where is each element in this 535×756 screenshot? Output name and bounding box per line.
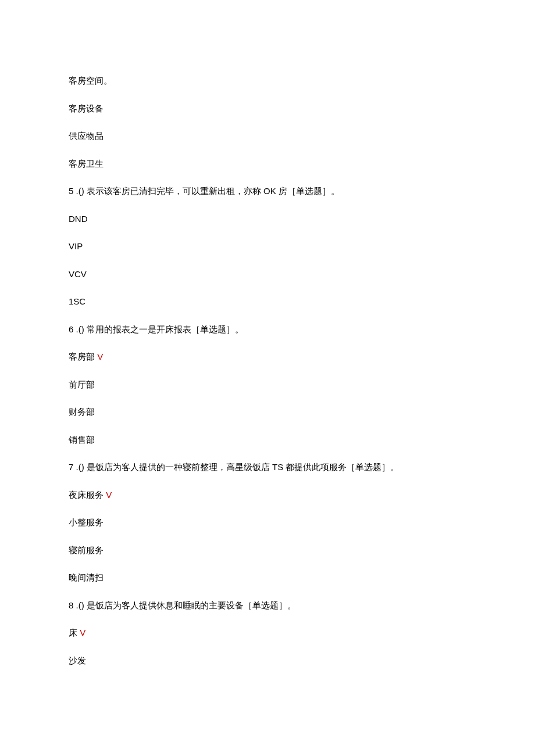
option-text: 小整服务 [69, 517, 104, 527]
option-text: DND [69, 214, 88, 224]
option-text: 销售部 [69, 435, 95, 445]
q8-option-a: 床 V [69, 626, 466, 640]
q4-option-b: 客房设备 [69, 102, 466, 116]
q5-option-c: VCV [69, 268, 466, 281]
option-text: 财务部 [69, 407, 95, 417]
question-text: .() 常用的报表之一是开床报表［单选题］。 [73, 324, 244, 334]
q5-option-d: 1SC [69, 295, 466, 309]
q7-option-d: 晚间清扫 [69, 571, 466, 585]
option-text: 夜床服务 [69, 490, 106, 500]
correct-mark: V [97, 352, 103, 361]
option-text: 寝前服务 [69, 545, 104, 555]
q4-option-d: 客房卫生 [69, 157, 466, 171]
option-text: 客房卫生 [69, 159, 104, 169]
option-text: 客房空间。 [69, 76, 112, 85]
q8-option-b: 沙发 [69, 654, 466, 668]
q5-option-a: DND [69, 213, 466, 226]
q7-option-c: 寝前服务 [69, 544, 466, 557]
q6-option-a: 客房部 V [69, 350, 466, 364]
option-text: 床 [69, 628, 80, 637]
option-text: 客房部 [69, 352, 97, 361]
option-text: 晚间清扫 [69, 572, 104, 582]
question-text: .() 表示该客房已清扫完毕，可以重新出租，亦称 OK 房［单选题］。 [73, 186, 340, 196]
q7-option-a: 夜床服务 V [69, 489, 466, 502]
q6-question: 6 .() 常用的报表之一是开床报表［单选题］。 [69, 323, 466, 336]
question-text: .() 是饭店为客人提供的一种寝前整理，高星级饭店 TS 都提供此项服务［单选题… [73, 462, 399, 472]
q7-option-b: 小整服务 [69, 516, 466, 529]
q4-option-a: 客房空间。 [69, 74, 466, 88]
q6-option-c: 财务部 [69, 406, 466, 419]
option-text: 1SC [69, 296, 85, 306]
q4-option-c: 供应物品 [69, 130, 466, 143]
q5-question: 5 .() 表示该客房已清扫完毕，可以重新出租，亦称 OK 房［单选题］。 [69, 185, 466, 198]
option-text: VCV [69, 269, 87, 279]
correct-mark: V [80, 628, 85, 637]
option-text: 前厅部 [69, 379, 95, 389]
q6-option-b: 前厅部 [69, 378, 466, 392]
option-text: VIP [69, 241, 83, 251]
q7-question: 7 .() 是饭店为客人提供的一种寝前整理，高星级饭店 TS 都提供此项服务［单… [69, 461, 466, 474]
option-text: 客房设备 [69, 103, 104, 113]
option-text: 供应物品 [69, 131, 104, 141]
q8-question: 8 .() 是饭店为客人提供休息和睡眠的主要设备［单选题］。 [69, 599, 466, 612]
option-text: 沙发 [69, 655, 86, 665]
question-text: .() 是饭店为客人提供休息和睡眠的主要设备［单选题］。 [73, 600, 296, 610]
q5-option-b: VIP [69, 240, 466, 253]
correct-mark: V [106, 490, 112, 500]
q6-option-d: 销售部 [69, 433, 466, 447]
